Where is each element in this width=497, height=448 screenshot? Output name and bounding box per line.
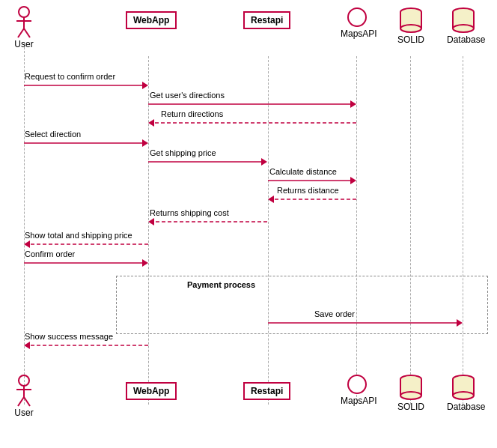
actor-restapi-top-label: Restapi: [251, 15, 283, 25]
actor-webapp-top: WebApp: [126, 11, 177, 29]
svg-marker-16: [142, 82, 148, 89]
svg-point-14: [453, 25, 474, 32]
svg-line-4: [24, 28, 30, 37]
actor-restapi-bottom-label: Restapi: [251, 386, 283, 396]
svg-marker-28: [268, 196, 274, 203]
actor-restapi-top: Restapi: [243, 11, 290, 29]
svg-marker-34: [142, 259, 148, 267]
fragment-label: Payment process: [187, 280, 255, 289]
arrow-confirm-order: [24, 258, 151, 267]
arrow-get-directions: [148, 100, 359, 109]
actor-user-bottom: User: [7, 375, 40, 418]
actor-webapp-bottom: WebApp: [126, 382, 177, 400]
svg-line-43: [24, 397, 30, 406]
lifeline-database: [463, 56, 463, 405]
svg-marker-32: [24, 240, 30, 248]
svg-marker-18: [350, 100, 356, 108]
arrow-get-shipping: [148, 157, 270, 166]
svg-line-42: [18, 397, 24, 406]
svg-marker-26: [350, 177, 356, 184]
label-returns-shipping-cost: Returns shipping cost: [150, 208, 229, 217]
actor-solid-top-label: SOLID: [394, 34, 427, 45]
svg-point-0: [19, 7, 29, 17]
svg-marker-22: [142, 139, 148, 147]
svg-marker-20: [148, 119, 154, 127]
lifeline-solid: [410, 56, 411, 405]
label-show-success: Show success message: [25, 332, 113, 341]
arrow-returns-distance: [268, 195, 359, 204]
actor-mapsapi-top-label: MapsAPI: [341, 28, 373, 39]
svg-marker-36: [457, 319, 463, 327]
arrow-calc-distance: [268, 176, 359, 185]
actor-database-bottom-label: Database: [447, 402, 480, 412]
svg-marker-30: [148, 218, 154, 225]
actor-solid-bottom: SOLID: [394, 373, 427, 412]
label-show-total: Show total and shipping price: [25, 231, 132, 240]
actor-webapp-top-label: WebApp: [133, 15, 169, 25]
svg-point-9: [400, 25, 421, 32]
svg-point-48: [400, 392, 421, 399]
label-request-confirm: Request to confirm order: [25, 72, 115, 81]
svg-marker-38: [24, 342, 30, 349]
label-confirm-order: Confirm order: [25, 249, 75, 258]
actor-mapsapi-top: MapsAPI: [341, 7, 373, 39]
actor-solid-top: SOLID: [394, 6, 427, 45]
svg-line-3: [18, 28, 24, 37]
actor-mapsapi-bottom: MapsAPI: [341, 375, 373, 406]
actor-solid-bottom-label: SOLID: [394, 402, 427, 412]
actor-database-top-label: Database: [447, 34, 480, 45]
label-get-shipping: Get shipping price: [150, 148, 216, 157]
actor-user-bottom-label: User: [7, 408, 40, 418]
actor-user-top: User: [7, 6, 40, 49]
arrow-save-order: [268, 318, 466, 327]
label-returns-distance: Returns distance: [277, 186, 339, 195]
label-save-order: Save order: [314, 309, 355, 318]
svg-point-53: [453, 392, 474, 399]
actor-webapp-bottom-label: WebApp: [133, 386, 169, 396]
actor-user-top-label: User: [7, 39, 40, 49]
sequence-diagram: User WebApp Restapi MapsAPI SOLID D: [0, 0, 497, 448]
actor-database-top: Database: [447, 6, 480, 45]
label-select-direction: Select direction: [25, 130, 81, 139]
arrow-select-direction: [24, 139, 151, 148]
arrow-returns-shipping-cost: [148, 217, 270, 226]
actor-restapi-bottom: Restapi: [243, 382, 290, 400]
lifeline-user: [24, 43, 25, 405]
arrow-show-success: [24, 341, 151, 350]
arrow-request-confirm: [24, 81, 151, 90]
arrow-show-total: [24, 240, 151, 249]
label-get-directions: Get user's directions: [150, 91, 225, 100]
svg-marker-24: [261, 158, 267, 166]
svg-point-39: [19, 375, 29, 386]
label-calc-distance: Calculate distance: [269, 167, 337, 176]
label-return-directions: Return directions: [161, 109, 223, 118]
arrow-return-directions: [148, 118, 359, 127]
actor-database-bottom: Database: [447, 373, 480, 412]
actor-mapsapi-bottom-label: MapsAPI: [341, 396, 373, 406]
